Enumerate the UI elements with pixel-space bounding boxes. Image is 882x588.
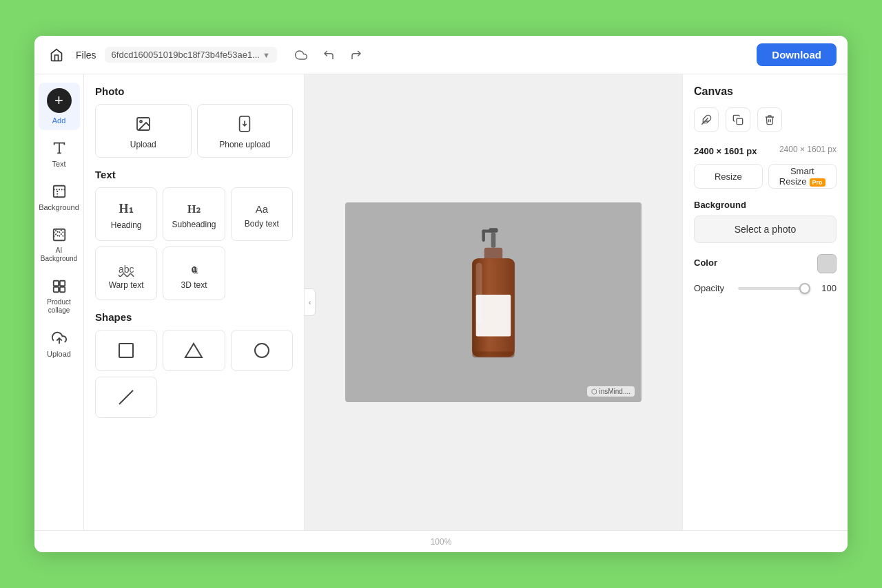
background-icon xyxy=(50,182,69,201)
smart-resize-button[interactable]: Smart ResizePro xyxy=(768,164,837,189)
phone-upload-card-label: Phone upload xyxy=(219,140,270,149)
download-button[interactable]: Download xyxy=(757,43,837,66)
upload-card[interactable]: Upload xyxy=(95,104,192,158)
redo-icon[interactable] xyxy=(346,45,367,65)
svg-point-17 xyxy=(255,344,269,357)
svg-rect-22 xyxy=(482,229,485,242)
nav-item-text[interactable]: Text xyxy=(39,133,80,174)
photo-section-title: Photo xyxy=(95,85,293,97)
background-section: Background Select a photo xyxy=(694,200,837,243)
svg-rect-8 xyxy=(53,287,58,292)
text-label: Text xyxy=(52,160,65,168)
heading-card[interactable]: H₁ Heading xyxy=(95,187,157,241)
svg-rect-27 xyxy=(476,263,482,324)
svg-rect-2 xyxy=(53,186,65,198)
triangle-shape-card[interactable] xyxy=(163,330,225,371)
upload-card-icon xyxy=(135,116,152,136)
file-name-text: 6fdcd160051019bc18f73b4fe53ae1... xyxy=(112,50,260,60)
phone-upload-card-icon xyxy=(238,116,252,136)
subheading-card-label: Subheading xyxy=(172,220,216,229)
resize-button[interactable]: Resize xyxy=(694,164,763,189)
files-label[interactable]: Files xyxy=(76,50,96,61)
product-collage-icon xyxy=(50,277,69,296)
opacity-slider[interactable] xyxy=(738,287,810,290)
bottom-bar: 100% xyxy=(34,530,848,552)
upload-label: Upload xyxy=(47,350,71,358)
warp-text-card[interactable]: abc Warp text xyxy=(95,246,157,300)
upload-icon xyxy=(50,328,69,348)
add-circle-icon: + xyxy=(47,88,72,113)
warp-text-card-icon: abc xyxy=(119,260,134,276)
svg-rect-15 xyxy=(119,344,133,357)
opacity-thumb[interactable] xyxy=(799,283,810,294)
nav-item-upload[interactable]: Upload xyxy=(39,323,80,364)
shapes-grid-line xyxy=(95,377,293,418)
opacity-label: Opacity xyxy=(694,283,732,293)
3d-text-card[interactable]: 𝔞 3D text xyxy=(163,246,225,300)
ai-background-label: AI Background xyxy=(41,246,77,263)
shapes-section-title: Shapes xyxy=(95,311,293,323)
opacity-value: 100 xyxy=(816,283,837,293)
nav-item-background[interactable]: Background xyxy=(39,176,80,217)
heading-card-label: Heading xyxy=(111,220,142,230)
subheading-card[interactable]: H₂ Subheading xyxy=(163,187,225,241)
shapes-grid xyxy=(95,330,293,371)
size-section-label: 2400 × 1601 px xyxy=(694,146,757,156)
body-text-card[interactable]: Aa Body text xyxy=(231,187,293,241)
nav-item-add[interactable]: + Add xyxy=(39,83,80,130)
home-button[interactable] xyxy=(45,44,68,66)
color-section-label: Color xyxy=(694,258,717,268)
svg-rect-9 xyxy=(59,287,64,292)
background-section-label: Background xyxy=(694,200,837,210)
nav-item-ai-background[interactable]: AI Background xyxy=(39,220,80,269)
canvas-image-box: ⬡ insMind.... xyxy=(345,202,642,402)
resize-row: Resize Smart ResizePro xyxy=(694,164,837,189)
right-panel: Canvas xyxy=(682,74,848,530)
select-photo-button[interactable]: Select a photo xyxy=(694,216,837,243)
svg-rect-7 xyxy=(59,281,64,286)
heading-card-icon: H₁ xyxy=(119,201,134,216)
3d-text-card-icon: 𝔞 xyxy=(191,260,196,276)
svg-rect-20 xyxy=(491,233,496,248)
paint-action-button[interactable] xyxy=(694,107,719,132)
product-image xyxy=(345,202,642,402)
pro-badge: Pro xyxy=(810,178,825,187)
square-shape-card[interactable] xyxy=(95,330,157,371)
line-shape-card[interactable] xyxy=(95,377,157,418)
cloud-icon[interactable] xyxy=(291,45,311,65)
svg-point-12 xyxy=(140,120,142,123)
panel: Photo Upload xyxy=(84,74,305,530)
3d-text-card-label: 3D text xyxy=(181,280,207,290)
subheading-card-icon: H₂ xyxy=(187,202,201,216)
color-swatch[interactable] xyxy=(817,254,837,273)
body-text-card-icon: Aa xyxy=(256,203,268,215)
file-name-pill[interactable]: 6fdcd160051019bc18f73b4fe53ae1... ▼ xyxy=(105,47,277,63)
panel-collapse-button[interactable]: ‹ xyxy=(305,288,316,316)
nav-item-product-collage[interactable]: Product collage xyxy=(39,271,80,320)
ai-background-icon xyxy=(50,225,69,244)
undo-icon[interactable] xyxy=(318,45,339,65)
svg-rect-6 xyxy=(53,281,58,286)
warp-text-card-label: Warp text xyxy=(109,280,144,290)
canvas-size-text: 2400 × 1601 px xyxy=(779,145,837,154)
zoom-level: 100% xyxy=(431,537,452,547)
text-grid: H₁ Heading H₂ Subheading Aa Body text ab… xyxy=(95,187,293,300)
opacity-row: Opacity 100 xyxy=(694,283,837,293)
main-area: + Add Text xyxy=(34,74,848,530)
watermark: ⬡ insMind.... xyxy=(587,386,635,397)
text-section-title: Text xyxy=(95,169,293,180)
topbar-icons xyxy=(291,45,367,65)
photo-grid: Upload Phone upload xyxy=(95,104,293,158)
canvas-actions xyxy=(694,107,837,132)
top-bar: Files 6fdcd160051019bc18f73b4fe53ae1... … xyxy=(34,36,848,74)
text-icon xyxy=(50,138,69,158)
canvas-area: ‹ xyxy=(305,74,682,530)
color-row: Color xyxy=(694,254,837,273)
background-label: Background xyxy=(39,203,79,211)
chevron-down-icon: ▼ xyxy=(263,51,270,59)
phone-upload-card[interactable]: Phone upload xyxy=(197,104,294,158)
delete-action-button[interactable] xyxy=(757,107,782,132)
upload-card-label: Upload xyxy=(130,140,156,149)
circle-shape-card[interactable] xyxy=(231,330,293,371)
copy-action-button[interactable] xyxy=(726,107,750,132)
